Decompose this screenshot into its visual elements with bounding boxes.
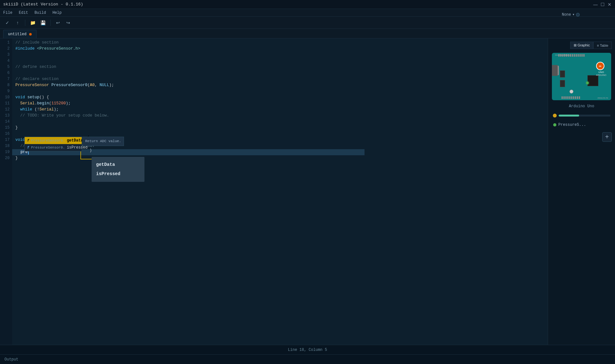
toolbar-separator	[25, 20, 25, 26]
arduino-text: ARDUINO	[596, 74, 606, 76]
board-inner: ∞ UNO ARDUINO	[552, 53, 611, 100]
app-title: skiiiD (Latest Version - 0.1.16)	[3, 2, 83, 7]
component-2	[560, 80, 565, 87]
tab-modified-indicator	[29, 33, 32, 36]
close-button[interactable]: ✕	[607, 2, 612, 7]
line-numbers: 12345 678910 1112131415 1617181920	[0, 38, 12, 345]
right-panel: ⊞ Graphic ≡ Table ∞ UNO ARDUINO	[548, 38, 615, 345]
arduino-board: ∞ UNO ARDUINO	[552, 53, 611, 100]
digital-label: DIGITAL (PWM~)	[555, 54, 570, 56]
output-bar: Output	[0, 354, 615, 364]
code-line: PressureSensor PressureSensor0(A0, NULL)…	[15, 82, 545, 88]
menu-bar: File Edit Build Help	[0, 9, 615, 17]
tab-name: untitled	[8, 32, 27, 36]
code-line: #include <PressureSensor.h>	[15, 46, 545, 52]
sensor-label: PressureS...	[558, 123, 586, 127]
verify-button[interactable]: ✓	[3, 19, 12, 27]
description-popup: getData isPressed	[92, 157, 144, 182]
progress-bar-area	[553, 114, 611, 117]
upload-button[interactable]: ↑	[13, 19, 22, 27]
toolbar: ✓ ↑ 📁 💾 ↩ ↪ None ▾	[0, 17, 615, 29]
open-folder-button[interactable]: 📁	[29, 19, 37, 27]
sensor-indicator: PressureS...	[553, 123, 586, 127]
component-1	[560, 70, 565, 77]
arduino-logo-area: ∞ UNO ARDUINO	[596, 62, 606, 76]
code-line: // declare section	[15, 76, 545, 82]
maximize-button[interactable]: ☐	[600, 2, 605, 7]
undo-button[interactable]: ↩	[54, 19, 62, 27]
title-bar: skiiiD (Latest Version - 0.1.16) — ☐ ✕	[0, 0, 615, 9]
code-line	[15, 131, 545, 137]
code-lines: 12345 678910 1112131415 1617181920 // in…	[0, 38, 548, 345]
code-line	[15, 52, 545, 58]
autocomplete-item-getdata[interactable]: f PressureSensor0. getData ( )	[25, 137, 82, 144]
progress-track	[559, 115, 611, 117]
connection-indicator	[576, 13, 580, 17]
uno-label: UNO	[596, 71, 606, 74]
code-line: Serial.begin(115200);	[15, 101, 545, 107]
code-line: // include section	[15, 40, 545, 46]
code-line	[15, 88, 545, 94]
none-dropdown[interactable]: None ▾	[562, 12, 580, 17]
autocomplete-tooltip: Return ADC value.	[82, 137, 124, 146]
window-controls: — ☐ ✕	[593, 2, 612, 7]
tab-bar: untitled	[0, 29, 615, 38]
sensor-dot	[553, 123, 556, 126]
dropdown-chevron: ▾	[572, 12, 575, 17]
toolbar-separator-2	[50, 20, 51, 26]
redo-button[interactable]: ↪	[64, 19, 72, 27]
autocomplete-popup[interactable]: f PressureSensor0. getData ( ) f Pressur…	[24, 137, 82, 151]
code-line: }	[15, 125, 545, 131]
progress-dot	[553, 114, 557, 117]
arduino-logo: ∞	[596, 62, 604, 70]
add-component-button[interactable]: +	[602, 132, 612, 142]
arduino-board-label: Arduino Uno	[569, 104, 594, 109]
title-bar-left: skiiiD (Latest Version - 0.1.16)	[3, 2, 83, 7]
progress-fill	[559, 115, 579, 117]
code-line: // TODO: Write your setup code below.	[15, 113, 545, 119]
code-line	[15, 58, 545, 64]
autocomplete-item-ispressed[interactable]: f PressureSensor0. isPressed ( )	[25, 144, 82, 151]
code-content[interactable]: // include section #include <PressureSen…	[12, 38, 548, 345]
power-led	[586, 82, 589, 84]
tab-untitled[interactable]: untitled	[3, 30, 37, 38]
analog-pins	[562, 96, 580, 99]
table-view-button[interactable]: ≡ Table	[593, 42, 612, 49]
status-bar: Line 18, Column 5	[0, 345, 615, 354]
autocomplete-list: f PressureSensor0. getData ( ) f Pressur…	[24, 137, 82, 151]
usb-port	[552, 65, 558, 76]
desc-item-getdata: getData	[96, 160, 140, 169]
graphic-view-button[interactable]: ⊞ Graphic	[570, 42, 594, 49]
reset-button[interactable]	[570, 90, 573, 93]
editor-area[interactable]: 12345 678910 1112131415 1617181920 // in…	[0, 38, 548, 345]
minimize-button[interactable]: —	[593, 2, 598, 7]
view-toggle: ⊞ Graphic ≡ Table	[570, 42, 612, 49]
code-line	[15, 70, 545, 76]
output-label: Output	[4, 357, 18, 362]
code-line: void setup() {	[15, 94, 545, 101]
code-line: while (!Serial);	[15, 107, 545, 113]
desc-item-ispressed: isPressed	[96, 169, 140, 179]
cursor-position: Line 18, Column 5	[288, 348, 327, 352]
analog-label: ANALOG IN	[597, 97, 608, 99]
none-label: None	[562, 12, 571, 17]
menu-help[interactable]: Help	[53, 11, 62, 15]
menu-file[interactable]: File	[3, 11, 12, 15]
main-chip	[587, 75, 598, 86]
menu-edit[interactable]: Edit	[19, 11, 28, 15]
save-button[interactable]: 💾	[39, 19, 47, 27]
menu-build[interactable]: Build	[35, 11, 46, 15]
code-line	[15, 119, 545, 125]
main-layout: 12345 678910 1112131415 1617181920 // in…	[0, 38, 615, 345]
code-line: // define section	[15, 64, 545, 70]
